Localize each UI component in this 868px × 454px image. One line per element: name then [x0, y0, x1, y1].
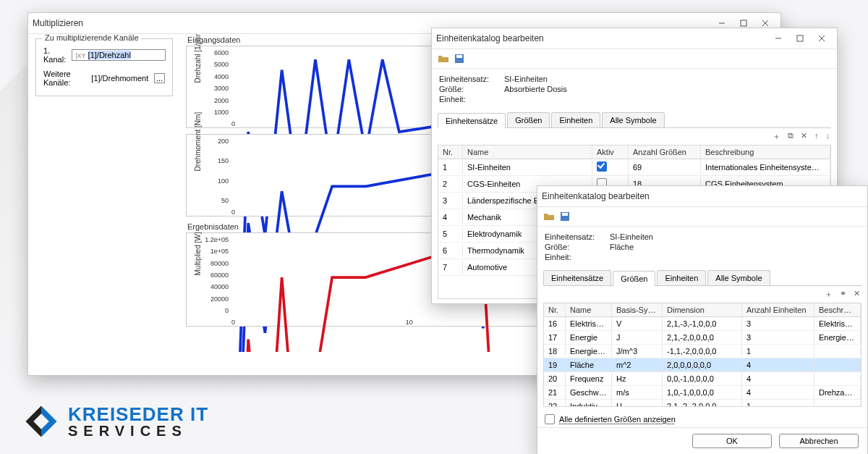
window-unit-catalog-2: Einheitenkatalog bearbeiten Einheitensat…: [537, 185, 868, 454]
tab-unitsets[interactable]: Einheitensätze: [543, 270, 611, 285]
unit-label: Einheit:: [545, 253, 604, 261]
group-channels-legend: Zu multiplizierende Kanäle: [42, 34, 142, 42]
close-icon[interactable]: [811, 31, 833, 46]
col-count[interactable]: Anzahl Größen: [629, 146, 701, 159]
logo-mark: [22, 402, 61, 441]
maximize-icon[interactable]: [789, 31, 811, 46]
col-symbol[interactable]: Basis-Symbol: [612, 303, 663, 316]
sizes-grid[interactable]: Nr. Name Basis-Symbol Dimension Anzahl E…: [543, 303, 861, 407]
kanal1-label: 1. Kanal:: [43, 46, 66, 64]
titlebar[interactable]: Einheitenkatalog bearbeiten: [537, 186, 867, 207]
delete-icon[interactable]: ✕: [854, 289, 860, 300]
col-desc[interactable]: Beschreibung: [701, 146, 830, 159]
table-row[interactable]: 17EnergieJ2,1,-2,0,0,0,03Energie, Arbeit…: [544, 331, 861, 345]
unitset-value: SI-Einheiten: [504, 75, 548, 83]
svg-marker-1: [41, 405, 57, 437]
tab-sizes[interactable]: Größen: [507, 112, 550, 127]
tab-units[interactable]: Einheiten: [657, 270, 706, 285]
add-icon[interactable]: ＋: [773, 131, 780, 142]
table-row[interactable]: 22InduktivitätH2,1,-2,-2,0,0,01: [544, 400, 861, 407]
size-value: Fläche: [610, 243, 634, 251]
col-name[interactable]: Name: [463, 146, 592, 159]
titlebar[interactable]: Einheitenkatalog bearbeiten: [432, 28, 837, 49]
copy-icon[interactable]: ⧉: [788, 131, 793, 142]
unit-label: Einheit:: [439, 95, 498, 104]
weitere-label: Weitere Kanäle:: [43, 70, 85, 87]
tab-unitsets[interactable]: Einheitensätze: [438, 113, 506, 128]
col-unit-count[interactable]: Anzahl Einheiten: [742, 303, 814, 316]
col-name[interactable]: Name: [566, 303, 612, 316]
add-icon[interactable]: ＋: [825, 289, 833, 300]
col-dimension[interactable]: Dimension: [663, 303, 742, 316]
ok-button[interactable]: OK: [692, 434, 772, 448]
show-all-label: Alle definierten Größen anzeigen: [559, 415, 676, 424]
table-row[interactable]: 16Elektrisches PotentialV2,1,-3,-1,0,0,0…: [544, 317, 861, 331]
group-channels: Zu multiplizierende Kanäle 1. Kanal: |XY…: [35, 38, 173, 96]
save-icon[interactable]: [454, 53, 465, 64]
table-row[interactable]: 18EnergiedichteJ/m^3-1,1,-2,0,0,0,01: [544, 345, 861, 358]
weitere-value: [1]/Drehmoment: [91, 74, 148, 83]
up-icon[interactable]: ↑: [814, 131, 819, 142]
col-nr[interactable]: Nr.: [438, 146, 463, 159]
browse-button[interactable]: ...: [154, 73, 165, 83]
tab-units[interactable]: Einheiten: [551, 112, 600, 127]
unitset-label: Einheitensatz:: [545, 232, 604, 241]
tab-all-symbols[interactable]: Alle Symbole: [707, 270, 770, 285]
open-icon[interactable]: [543, 211, 555, 222]
save-icon[interactable]: [559, 211, 571, 222]
table-row[interactable]: 1SI-Einheiten69Internationales Einheiten…: [438, 159, 830, 176]
col-desc[interactable]: Beschreibung: [814, 303, 861, 316]
tab-sizes[interactable]: Größen: [613, 271, 655, 286]
table-row[interactable]: 21Geschwindigkeitm/s1,0,-1,0,0,0,04Drehz…: [544, 386, 861, 400]
open-icon[interactable]: [438, 53, 449, 64]
brand-logo: KREISEDER IT SERVICES: [22, 402, 208, 441]
size-value: Absorbierte Dosis: [504, 85, 567, 93]
svg-marker-0: [25, 405, 41, 437]
kanal1-input[interactable]: |XY [1]/Drehzahl: [72, 49, 166, 61]
svg-rect-11: [456, 55, 462, 58]
col-nr[interactable]: Nr.: [544, 303, 566, 316]
table-row[interactable]: 20FrequenzHz0,0,-1,0,0,0,04: [544, 372, 861, 386]
down-icon[interactable]: ↓: [826, 131, 830, 142]
link-icon[interactable]: ⚭: [840, 289, 846, 300]
unitset-value: SI-Einheiten: [610, 232, 653, 241]
svg-rect-3: [741, 20, 746, 26]
delete-icon[interactable]: ✕: [801, 131, 807, 142]
show-all-checkbox[interactable]: [545, 414, 555, 424]
cancel-button[interactable]: Abbrechen: [779, 434, 859, 448]
size-label: Größe:: [439, 85, 498, 93]
svg-rect-7: [797, 35, 803, 41]
table-row[interactable]: 19Flächem^22,0,0,0,0,0,04: [544, 358, 861, 372]
col-active[interactable]: Aktiv: [592, 146, 629, 159]
minimize-icon[interactable]: [767, 31, 789, 46]
tab-all-symbols[interactable]: Alle Symbole: [602, 112, 664, 127]
window-title: Multiplizieren: [33, 18, 83, 28]
svg-rect-13: [562, 213, 568, 216]
window-title: Einheitenkatalog bearbeiten: [436, 33, 544, 43]
unitset-label: Einheitensatz:: [439, 75, 498, 83]
window-title: Einheitenkatalog bearbeiten: [542, 191, 650, 201]
size-label: Größe:: [545, 243, 604, 251]
active-checkbox[interactable]: [597, 161, 607, 172]
